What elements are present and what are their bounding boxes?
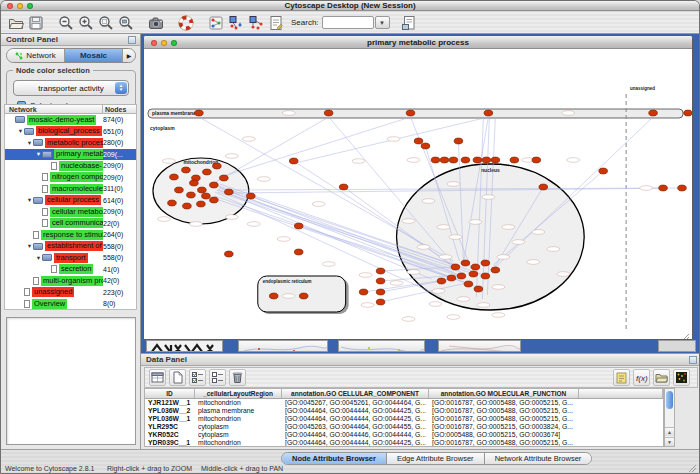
- table-cell[interactable]: [GO:0016787, GO:0005488, GO:0005215, G..…: [429, 439, 579, 447]
- birdseye-view-panel[interactable]: [6, 317, 136, 445]
- node-label-pill[interactable]: [532, 230, 545, 235]
- node-label-pill[interactable]: [387, 137, 400, 142]
- network-node[interactable]: [431, 157, 440, 163]
- node-label-pill[interactable]: [429, 302, 442, 307]
- node-color-combobox[interactable]: transporter activity ▲▼: [13, 80, 129, 96]
- node-label-pill[interactable]: [640, 186, 653, 191]
- network-node[interactable]: [339, 184, 348, 190]
- table-header-cell[interactable]: annotation.GO MOLECULAR_FUNCTION: [429, 389, 579, 398]
- tree-col-nodes[interactable]: Nodes: [103, 105, 136, 113]
- node-label-pill[interactable]: [437, 225, 450, 230]
- table-cell[interactable]: [GO:0044464, GO:0044444, GO:0044425, G..…: [282, 407, 429, 415]
- network-node[interactable]: [187, 192, 196, 198]
- node-label-pill[interactable]: [277, 237, 290, 242]
- float-panel-icon[interactable]: [128, 36, 136, 44]
- attribute-table-icon[interactable]: [149, 369, 166, 386]
- search-dropdown-button[interactable]: ▼: [375, 16, 390, 29]
- node-label-pill[interactable]: [527, 260, 540, 265]
- tree-row[interactable]: nucleobase-209(0): [5, 160, 136, 172]
- network-window-titlebar[interactable]: primary metabolic process: [144, 36, 692, 49]
- node-label-pill[interactable]: [225, 154, 238, 159]
- table-row[interactable]: YPL036W__1mitochondrion[GO:0044464, GO:0…: [145, 415, 663, 423]
- node-label-pill[interactable]: [282, 294, 295, 299]
- network-node[interactable]: [190, 180, 199, 186]
- node-label-pill[interactable]: [447, 182, 460, 187]
- network-node[interactable]: [457, 273, 466, 279]
- notes-icon[interactable]: [613, 369, 630, 386]
- network-node[interactable]: [376, 289, 385, 295]
- network-node[interactable]: [294, 223, 303, 229]
- node-label-pill[interactable]: [567, 158, 580, 163]
- network-node[interactable]: [471, 264, 480, 270]
- expand-arrow-icon[interactable]: ▼: [26, 243, 33, 249]
- background-window-fragment[interactable]: [438, 340, 521, 352]
- network-node[interactable]: [464, 281, 473, 287]
- node-label-pill[interactable]: [225, 215, 238, 220]
- network-node[interactable]: [440, 157, 449, 163]
- table-header-cell[interactable]: _cellularLayoutRegion: [195, 389, 282, 398]
- tree-row[interactable]: cellular metabo209(0): [5, 206, 136, 218]
- tab-edge-attribute-browser[interactable]: Edge Attribute Browser: [387, 453, 485, 464]
- tree-row[interactable]: unassigned223(0): [5, 287, 136, 299]
- tree-row[interactable]: ▼metabolic process280(0): [5, 137, 136, 149]
- search-input[interactable]: [322, 16, 374, 29]
- zoom-in-icon[interactable]: [77, 14, 95, 32]
- network-node[interactable]: [170, 174, 179, 180]
- tree-row[interactable]: ▼establishment of lo558(0): [5, 241, 136, 253]
- zoom-out-icon[interactable]: [57, 14, 75, 32]
- network-node[interactable]: [481, 260, 490, 266]
- network-node[interactable]: [182, 167, 191, 173]
- tree-col-network[interactable]: Network: [5, 105, 103, 113]
- tree-row[interactable]: macromolecule311(0): [5, 183, 136, 195]
- network-node[interactable]: [649, 110, 658, 116]
- table-cell[interactable]: YJR121W__1: [145, 399, 195, 407]
- node-label-pill[interactable]: [407, 158, 420, 163]
- network-node[interactable]: [491, 267, 500, 273]
- table-cell[interactable]: [GO:0044464, GO:0044444, GO:0044425, G..…: [282, 439, 429, 447]
- network-node[interactable]: [324, 110, 333, 116]
- network-node[interactable]: [539, 184, 548, 190]
- table-row[interactable]: YPL036W__2plasma membrane[GO:0044464, GO…: [145, 407, 663, 415]
- table-row[interactable]: YDR039C__1mitochondrion[GO:0044464, GO:0…: [145, 439, 663, 447]
- table-cell[interactable]: YPL036W__2: [145, 407, 195, 415]
- tab-mosaic[interactable]: Mosaic: [65, 49, 122, 62]
- node-label-pill[interactable]: [432, 289, 445, 294]
- network-node[interactable]: [659, 185, 668, 191]
- node-label-pill[interactable]: [402, 317, 415, 322]
- network-node[interactable]: [202, 193, 211, 199]
- expand-arrow-icon[interactable]: ▼: [35, 151, 42, 157]
- table-cell[interactable]: [GO:0016787, GO:0005488, GO:0005215, G..…: [429, 399, 579, 407]
- tree-row[interactable]: ▼transport558(0): [5, 252, 136, 264]
- node-label-pill[interactable]: [482, 195, 495, 200]
- node-label-pill[interactable]: [312, 202, 325, 207]
- import-table-icon[interactable]: [653, 369, 670, 386]
- table-header-cell[interactable]: ID: [145, 389, 195, 398]
- network-node[interactable]: [213, 163, 222, 169]
- table-cell[interactable]: [GO:0045263, GO:0044464, GO:0044455, G..…: [282, 423, 429, 431]
- network-node[interactable]: [175, 187, 184, 193]
- network-node[interactable]: [449, 157, 458, 163]
- node-label-pill[interactable]: [407, 270, 420, 275]
- table-cell[interactable]: cytoplasm: [195, 431, 282, 439]
- node-label-pill[interactable]: [547, 247, 560, 252]
- node-label-pill[interactable]: [422, 199, 435, 204]
- background-window-fragment[interactable]: [146, 340, 223, 352]
- node-label-pill[interactable]: [189, 222, 202, 227]
- table-cell[interactable]: cytoplasm: [195, 423, 282, 431]
- table-cell[interactable]: mitochondrion: [195, 399, 282, 407]
- network-node[interactable]: [195, 110, 204, 116]
- tree-row[interactable]: Overview8(0): [5, 298, 136, 310]
- expand-arrow-icon[interactable]: ▼: [17, 128, 24, 134]
- table-cell[interactable]: YKR052C: [145, 431, 195, 439]
- node-label-pill[interactable]: [417, 245, 430, 250]
- table-cell[interactable]: YPL036W__1: [145, 415, 195, 423]
- tab-network[interactable]: Network: [7, 49, 65, 62]
- table-row[interactable]: YKR052Ccytoplasm[GO:0044464, GO:0044446,…: [145, 431, 663, 439]
- node-label-pill[interactable]: [322, 262, 335, 267]
- network-node[interactable]: [247, 193, 256, 199]
- node-label-pill[interactable]: [457, 297, 470, 302]
- table-cell[interactable]: YDR039C__1: [145, 439, 195, 447]
- node-label-pill[interactable]: [242, 137, 255, 142]
- layout-b-icon[interactable]: [247, 14, 265, 32]
- network-node[interactable]: [183, 203, 192, 209]
